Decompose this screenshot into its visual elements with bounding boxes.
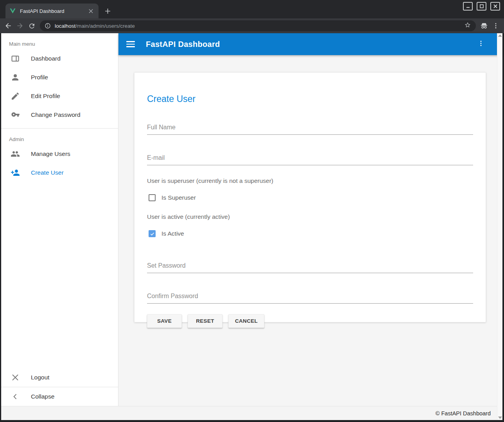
sidebar-item-create-user[interactable]: Create User xyxy=(1,163,118,182)
minimize-icon[interactable] xyxy=(463,2,473,11)
reload-icon[interactable] xyxy=(26,20,38,32)
sidebar-item-label: Collapse xyxy=(31,393,54,400)
browser-menu-icon[interactable] xyxy=(490,20,502,32)
sidebar-item-label: Change Password xyxy=(31,111,81,118)
group-icon xyxy=(11,149,20,159)
footer: © FastAPI Dashboard xyxy=(1,406,502,420)
app-area: Main menu Dashboard Profile xyxy=(1,33,502,420)
tab-strip: FastAPI Dashboard xyxy=(0,0,504,18)
browser-tab[interactable]: FastAPI Dashboard xyxy=(5,4,99,18)
scrollbar-up-icon[interactable] xyxy=(498,34,502,37)
chevron-left-icon xyxy=(11,392,20,401)
sidebar-item-profile[interactable]: Profile xyxy=(1,68,118,87)
dashboard-icon xyxy=(11,54,20,63)
sidebar-spacer xyxy=(1,182,118,368)
appbar-title: FastAPI Dashboard xyxy=(146,40,220,49)
close-window-icon[interactable] xyxy=(490,2,500,11)
full-name-label: Full Name xyxy=(147,124,473,135)
maximize-icon[interactable] xyxy=(477,2,486,11)
is-active-checkbox[interactable] xyxy=(149,230,156,237)
sidebar-item-change-password[interactable]: Change Password xyxy=(1,106,118,124)
reset-button[interactable]: RESET xyxy=(188,314,222,328)
browser-window: FastAPI Dashboard xyxy=(0,0,504,422)
sidebar: Main menu Dashboard Profile xyxy=(1,33,118,406)
tab-title: FastAPI Dashboard xyxy=(20,8,87,14)
superuser-helper-text: User is superuser (currently is not a su… xyxy=(147,177,473,184)
email-field[interactable]: E-mail xyxy=(147,154,473,165)
create-user-card: Create User Full Name E-mail User is sup… xyxy=(134,72,486,322)
hamburger-menu-icon[interactable] xyxy=(126,39,136,49)
is-superuser-label: Is Superuser xyxy=(161,194,196,201)
forward-icon[interactable] xyxy=(14,20,26,32)
new-tab-icon[interactable] xyxy=(102,6,113,16)
sidebar-section-admin: Admin xyxy=(1,129,118,145)
key-icon xyxy=(11,110,20,120)
sidebar-item-edit-profile[interactable]: Edit Profile xyxy=(1,87,118,106)
sidebar-item-logout[interactable]: Logout xyxy=(1,368,118,387)
window-controls xyxy=(463,2,500,11)
sidebar-item-label: Manage Users xyxy=(31,150,70,157)
full-name-field[interactable]: Full Name xyxy=(147,124,473,135)
sidebar-item-label: Edit Profile xyxy=(31,93,60,100)
page-content: Create User Full Name E-mail User is sup… xyxy=(118,55,502,406)
browser-toolbar: localhost/main/admin/users/create xyxy=(0,18,504,33)
main-column: FastAPI Dashboard Create User Full Name … xyxy=(118,33,502,406)
back-icon[interactable] xyxy=(2,20,14,32)
page-scrollbar[interactable] xyxy=(497,33,502,420)
is-superuser-checkbox[interactable] xyxy=(149,194,156,201)
sidebar-item-collapse[interactable]: Collapse xyxy=(1,387,118,406)
is-superuser-checkbox-row[interactable]: Is Superuser xyxy=(149,194,473,201)
close-icon xyxy=(11,373,20,382)
is-active-label: Is Active xyxy=(161,230,184,237)
appbar: FastAPI Dashboard xyxy=(118,33,502,55)
confirm-password-field[interactable]: Confirm Password xyxy=(147,293,473,304)
bookmark-star-icon[interactable] xyxy=(464,21,471,30)
person-add-icon xyxy=(11,168,20,177)
sidebar-item-manage-users[interactable]: Manage Users xyxy=(1,145,118,163)
active-helper-text: User is active (currently active) xyxy=(147,213,473,220)
person-icon xyxy=(11,73,20,82)
set-password-label: Set Password xyxy=(147,262,473,273)
footer-copyright: © FastAPI Dashboard xyxy=(436,410,491,417)
save-button[interactable]: SAVE xyxy=(147,314,182,328)
tab-close-icon[interactable] xyxy=(87,7,95,15)
cancel-button[interactable]: CANCEL xyxy=(228,314,264,328)
url-text: localhost/main/admin/users/create xyxy=(55,23,135,29)
appbar-menu-icon[interactable] xyxy=(477,40,484,48)
vue-logo-icon xyxy=(9,8,16,14)
scrollbar-down-icon[interactable] xyxy=(498,417,502,419)
page-title: Create User xyxy=(147,94,473,104)
is-active-checkbox-row[interactable]: Is Active xyxy=(149,230,473,237)
sidebar-item-label: Logout xyxy=(31,374,49,381)
url-bar[interactable]: localhost/main/admin/users/create xyxy=(40,20,476,31)
email-label: E-mail xyxy=(147,154,473,165)
form-buttons: SAVE RESET CANCEL xyxy=(147,314,473,328)
confirm-password-label: Confirm Password xyxy=(147,293,473,304)
set-password-field[interactable]: Set Password xyxy=(147,262,473,273)
sidebar-section-main-menu: Main menu xyxy=(1,33,118,49)
sidebar-item-label: Profile xyxy=(31,74,48,81)
info-icon[interactable] xyxy=(45,23,51,29)
pencil-icon xyxy=(11,91,20,101)
incognito-icon xyxy=(478,20,490,32)
sidebar-item-dashboard[interactable]: Dashboard xyxy=(1,49,118,68)
sidebar-item-label: Create User xyxy=(31,169,64,176)
sidebar-item-label: Dashboard xyxy=(31,55,61,62)
